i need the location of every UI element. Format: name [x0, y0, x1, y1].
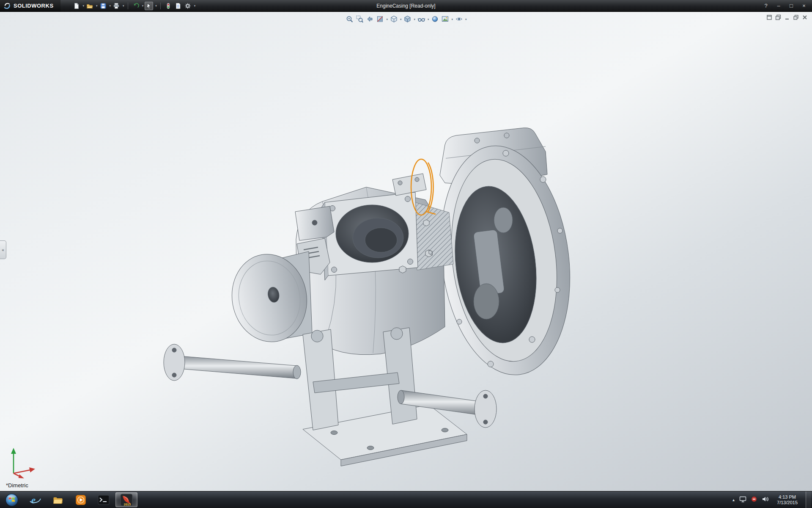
svg-text:2015: 2015 [124, 502, 131, 506]
display-style-button[interactable] [403, 14, 411, 24]
flyout-arrow-glyph: « [2, 248, 4, 252]
document-window-controls [766, 14, 808, 22]
taskbar-internet-explorer-button[interactable]: e [24, 492, 46, 507]
restore-icon [793, 14, 799, 20]
show-desktop-button[interactable] [806, 491, 811, 508]
view-settings-eye-icon [455, 15, 463, 23]
doc-cascade-button[interactable] [775, 14, 781, 22]
close-button[interactable]: × [801, 3, 807, 9]
new-document-button[interactable] [72, 2, 81, 10]
section-view-caret[interactable]: ▾ [386, 18, 388, 21]
solidworks-logo: SOLIDWORKS [0, 0, 60, 11]
taskbar-apps: e [24, 491, 138, 508]
tray-solidworks-monitor-button[interactable] [751, 496, 757, 504]
start-button[interactable] [0, 491, 24, 508]
graphics-area[interactable]: ▾ ▾ ▾ ▾ [0, 12, 812, 491]
new-caret[interactable]: ▾ [83, 4, 85, 7]
view-orientation-caret[interactable]: ▾ [400, 18, 402, 21]
view-settings-button[interactable] [455, 14, 463, 24]
open-document-button[interactable] [85, 2, 94, 10]
taskbar-media-player-button[interactable] [70, 492, 92, 507]
undo-arrow-icon [132, 3, 139, 9]
brand-text: SOLIDWORKS [14, 3, 54, 9]
select-caret[interactable]: ▾ [155, 4, 157, 7]
engine-casing-model[interactable] [164, 128, 582, 466]
apply-scene-icon [442, 15, 449, 23]
zoom-to-fit-button[interactable] [345, 14, 354, 24]
taskbar-file-explorer-button[interactable] [47, 492, 69, 507]
taskbar-command-prompt-button[interactable] [93, 492, 115, 507]
appearance-ball-icon [431, 15, 439, 23]
cascade-windows-icon [775, 14, 781, 20]
solidworks-window: SOLIDWORKS ▾ ▾ ▾ [0, 0, 812, 508]
trunnion-rod-left[interactable] [164, 344, 301, 381]
doc-restore-button[interactable] [793, 14, 799, 22]
minimize-button[interactable]: – [776, 3, 782, 9]
section-view-button[interactable] [376, 14, 384, 24]
select-cursor-icon [145, 3, 152, 9]
options-gear-icon [184, 3, 191, 9]
apply-scene-button[interactable] [441, 14, 450, 24]
options-button[interactable] [184, 2, 192, 10]
doc-new-window-button[interactable] [766, 14, 772, 22]
titlebar: SOLIDWORKS ▾ ▾ ▾ [0, 0, 812, 12]
hide-show-caret[interactable]: ▾ [428, 18, 429, 21]
print-button[interactable] [112, 2, 121, 10]
view-settings-caret[interactable]: ▾ [465, 18, 467, 21]
clock-date: 7/13/2015 [777, 500, 798, 505]
apply-scene-caret[interactable]: ▾ [452, 18, 453, 21]
carb-bracket[interactable] [392, 174, 426, 196]
save-button[interactable] [99, 2, 107, 10]
side-cover-disc[interactable] [225, 248, 313, 348]
file-properties-icon [175, 3, 181, 9]
options-caret[interactable]: ▾ [194, 4, 196, 7]
display-style-caret[interactable]: ▾ [414, 18, 415, 21]
previous-view-icon [366, 15, 373, 23]
zoom-to-area-icon [356, 15, 363, 23]
tray-volume-button[interactable] [762, 496, 769, 504]
speaker-icon [762, 496, 769, 502]
show-hidden-icons-button[interactable]: ▴ [732, 497, 735, 502]
featuremanager-flyout-tab[interactable]: « [0, 240, 6, 259]
view-orientation-label: *Dimetric [6, 482, 28, 489]
taskbar: e [0, 491, 812, 508]
file-properties-button[interactable] [174, 2, 182, 10]
help-button[interactable]: ? [763, 3, 769, 9]
undo-button[interactable] [132, 2, 140, 10]
hide-show-items-button[interactable] [417, 14, 425, 24]
reference-triad-icon [7, 440, 41, 479]
doc-minimize-button[interactable] [784, 14, 790, 22]
taskbar-clock[interactable]: 4:13 PM 7/13/2015 [774, 494, 801, 505]
view-orientation-button[interactable] [390, 14, 398, 24]
command-prompt-icon [98, 494, 110, 505]
doc-close-button[interactable] [802, 14, 808, 22]
document-title: EngineCasing [Read-only] [376, 0, 435, 12]
previous-view-button[interactable] [365, 14, 374, 24]
print-caret[interactable]: ▾ [123, 4, 124, 7]
display-style-icon [403, 15, 411, 23]
taskbar-solidworks-button[interactable]: 2015 [115, 492, 137, 507]
undo-caret[interactable]: ▾ [142, 4, 144, 7]
save-caret[interactable]: ▾ [110, 4, 111, 7]
new-document-icon [73, 3, 80, 9]
minimize-icon [784, 14, 790, 20]
zoom-to-area-button[interactable] [355, 14, 364, 24]
print-icon [113, 3, 120, 9]
zoom-to-fit-icon [346, 15, 353, 23]
folder-icon [52, 495, 64, 505]
file-toolbar: ▾ ▾ ▾ ▾ [60, 2, 196, 10]
rebuild-button[interactable] [164, 2, 173, 10]
display-icon [739, 496, 746, 502]
svg-text:e: e [31, 495, 36, 505]
save-floppy-icon [100, 3, 107, 9]
tray-display-button[interactable] [739, 496, 746, 504]
select-tool-button[interactable] [145, 2, 153, 10]
edit-appearance-button[interactable] [431, 14, 439, 24]
media-player-icon [75, 494, 86, 505]
close-icon [802, 14, 808, 20]
model-canvas[interactable] [0, 12, 812, 491]
clock-time: 4:13 PM [777, 494, 798, 500]
headsup-view-toolbar: ▾ ▾ ▾ ▾ [345, 14, 466, 24]
maximize-button[interactable]: □ [788, 3, 794, 9]
open-caret[interactable]: ▾ [96, 4, 98, 7]
